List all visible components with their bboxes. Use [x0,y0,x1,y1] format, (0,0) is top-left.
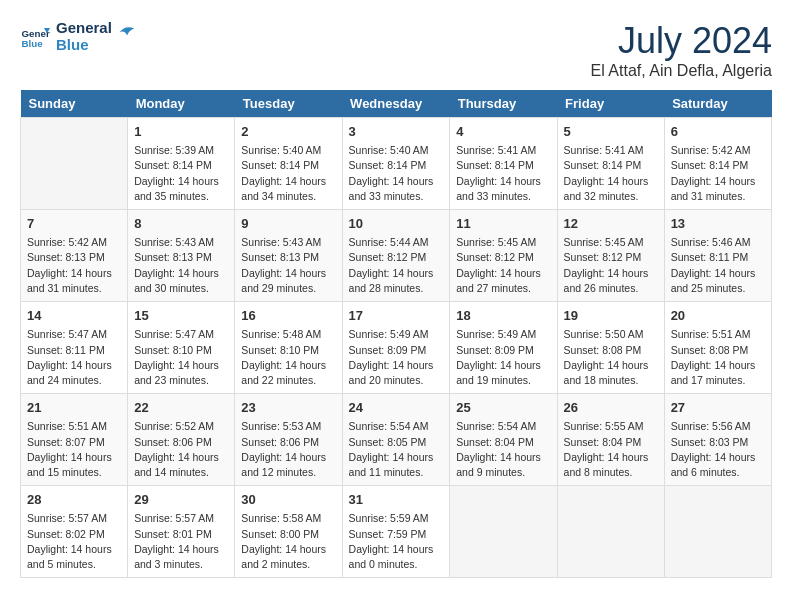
calendar-cell: 8Sunrise: 5:43 AMSunset: 8:13 PMDaylight… [128,210,235,302]
day-number: 30 [241,491,335,509]
day-number: 12 [564,215,658,233]
calendar-cell: 23Sunrise: 5:53 AMSunset: 8:06 PMDayligh… [235,394,342,486]
calendar-cell: 5Sunrise: 5:41 AMSunset: 8:14 PMDaylight… [557,118,664,210]
calendar-cell [450,486,557,578]
day-number: 22 [134,399,228,417]
weekday-header-wednesday: Wednesday [342,90,450,118]
day-info: Sunrise: 5:43 AMSunset: 8:13 PMDaylight:… [241,235,335,296]
calendar-cell: 3Sunrise: 5:40 AMSunset: 8:14 PMDaylight… [342,118,450,210]
day-info: Sunrise: 5:42 AMSunset: 8:14 PMDaylight:… [671,143,765,204]
calendar-cell: 30Sunrise: 5:58 AMSunset: 8:00 PMDayligh… [235,486,342,578]
calendar-cell: 4Sunrise: 5:41 AMSunset: 8:14 PMDaylight… [450,118,557,210]
day-number: 7 [27,215,121,233]
calendar-cell: 22Sunrise: 5:52 AMSunset: 8:06 PMDayligh… [128,394,235,486]
calendar-cell: 20Sunrise: 5:51 AMSunset: 8:08 PMDayligh… [664,302,771,394]
day-number: 5 [564,123,658,141]
weekday-header-sunday: Sunday [21,90,128,118]
calendar-cell: 18Sunrise: 5:49 AMSunset: 8:09 PMDayligh… [450,302,557,394]
day-info: Sunrise: 5:56 AMSunset: 8:03 PMDaylight:… [671,419,765,480]
day-info: Sunrise: 5:59 AMSunset: 7:59 PMDaylight:… [349,511,444,572]
day-number: 24 [349,399,444,417]
calendar-cell: 24Sunrise: 5:54 AMSunset: 8:05 PMDayligh… [342,394,450,486]
calendar-cell: 7Sunrise: 5:42 AMSunset: 8:13 PMDaylight… [21,210,128,302]
weekday-header-friday: Friday [557,90,664,118]
day-number: 31 [349,491,444,509]
week-row-5: 28Sunrise: 5:57 AMSunset: 8:02 PMDayligh… [21,486,772,578]
day-info: Sunrise: 5:46 AMSunset: 8:11 PMDaylight:… [671,235,765,296]
weekday-header-row: SundayMondayTuesdayWednesdayThursdayFrid… [21,90,772,118]
day-number: 21 [27,399,121,417]
day-number: 11 [456,215,550,233]
day-number: 3 [349,123,444,141]
weekday-header-tuesday: Tuesday [235,90,342,118]
calendar-cell [664,486,771,578]
day-number: 14 [27,307,121,325]
day-info: Sunrise: 5:41 AMSunset: 8:14 PMDaylight:… [564,143,658,204]
logo-blue: Blue [56,37,112,54]
day-number: 17 [349,307,444,325]
day-info: Sunrise: 5:54 AMSunset: 8:05 PMDaylight:… [349,419,444,480]
weekday-header-saturday: Saturday [664,90,771,118]
calendar-cell: 27Sunrise: 5:56 AMSunset: 8:03 PMDayligh… [664,394,771,486]
day-info: Sunrise: 5:51 AMSunset: 8:08 PMDaylight:… [671,327,765,388]
location-subtitle: El Attaf, Ain Defla, Algeria [591,62,772,80]
day-number: 18 [456,307,550,325]
calendar-cell: 12Sunrise: 5:45 AMSunset: 8:12 PMDayligh… [557,210,664,302]
day-info: Sunrise: 5:50 AMSunset: 8:08 PMDaylight:… [564,327,658,388]
title-block: July 2024 El Attaf, Ain Defla, Algeria [591,20,772,80]
weekday-header-thursday: Thursday [450,90,557,118]
day-info: Sunrise: 5:47 AMSunset: 8:11 PMDaylight:… [27,327,121,388]
day-number: 29 [134,491,228,509]
day-number: 9 [241,215,335,233]
calendar-cell: 14Sunrise: 5:47 AMSunset: 8:11 PMDayligh… [21,302,128,394]
day-info: Sunrise: 5:57 AMSunset: 8:01 PMDaylight:… [134,511,228,572]
day-info: Sunrise: 5:43 AMSunset: 8:13 PMDaylight:… [134,235,228,296]
day-info: Sunrise: 5:41 AMSunset: 8:14 PMDaylight:… [456,143,550,204]
day-number: 6 [671,123,765,141]
calendar-cell: 1Sunrise: 5:39 AMSunset: 8:14 PMDaylight… [128,118,235,210]
calendar-cell: 25Sunrise: 5:54 AMSunset: 8:04 PMDayligh… [450,394,557,486]
calendar-cell: 6Sunrise: 5:42 AMSunset: 8:14 PMDaylight… [664,118,771,210]
week-row-3: 14Sunrise: 5:47 AMSunset: 8:11 PMDayligh… [21,302,772,394]
calendar-cell: 13Sunrise: 5:46 AMSunset: 8:11 PMDayligh… [664,210,771,302]
day-info: Sunrise: 5:44 AMSunset: 8:12 PMDaylight:… [349,235,444,296]
calendar-cell: 19Sunrise: 5:50 AMSunset: 8:08 PMDayligh… [557,302,664,394]
day-info: Sunrise: 5:48 AMSunset: 8:10 PMDaylight:… [241,327,335,388]
day-number: 2 [241,123,335,141]
day-info: Sunrise: 5:49 AMSunset: 8:09 PMDaylight:… [349,327,444,388]
day-number: 20 [671,307,765,325]
day-info: Sunrise: 5:54 AMSunset: 8:04 PMDaylight:… [456,419,550,480]
month-year-title: July 2024 [591,20,772,62]
calendar-cell: 28Sunrise: 5:57 AMSunset: 8:02 PMDayligh… [21,486,128,578]
calendar-cell: 9Sunrise: 5:43 AMSunset: 8:13 PMDaylight… [235,210,342,302]
day-info: Sunrise: 5:45 AMSunset: 8:12 PMDaylight:… [456,235,550,296]
day-info: Sunrise: 5:40 AMSunset: 8:14 PMDaylight:… [241,143,335,204]
calendar-cell: 15Sunrise: 5:47 AMSunset: 8:10 PMDayligh… [128,302,235,394]
day-info: Sunrise: 5:49 AMSunset: 8:09 PMDaylight:… [456,327,550,388]
day-number: 19 [564,307,658,325]
day-info: Sunrise: 5:51 AMSunset: 8:07 PMDaylight:… [27,419,121,480]
day-number: 26 [564,399,658,417]
calendar-cell: 29Sunrise: 5:57 AMSunset: 8:01 PMDayligh… [128,486,235,578]
calendar-cell: 2Sunrise: 5:40 AMSunset: 8:14 PMDaylight… [235,118,342,210]
calendar-table: SundayMondayTuesdayWednesdayThursdayFrid… [20,90,772,578]
day-info: Sunrise: 5:55 AMSunset: 8:04 PMDaylight:… [564,419,658,480]
day-number: 28 [27,491,121,509]
weekday-header-monday: Monday [128,90,235,118]
week-row-1: 1Sunrise: 5:39 AMSunset: 8:14 PMDaylight… [21,118,772,210]
day-number: 23 [241,399,335,417]
logo-bird-icon [118,23,136,41]
calendar-cell: 16Sunrise: 5:48 AMSunset: 8:10 PMDayligh… [235,302,342,394]
day-number: 25 [456,399,550,417]
calendar-cell: 11Sunrise: 5:45 AMSunset: 8:12 PMDayligh… [450,210,557,302]
day-number: 8 [134,215,228,233]
page-header: General Blue General Blue July 2024 El A… [20,20,772,80]
calendar-cell: 31Sunrise: 5:59 AMSunset: 7:59 PMDayligh… [342,486,450,578]
day-info: Sunrise: 5:40 AMSunset: 8:14 PMDaylight:… [349,143,444,204]
day-number: 1 [134,123,228,141]
week-row-2: 7Sunrise: 5:42 AMSunset: 8:13 PMDaylight… [21,210,772,302]
day-number: 4 [456,123,550,141]
week-row-4: 21Sunrise: 5:51 AMSunset: 8:07 PMDayligh… [21,394,772,486]
day-info: Sunrise: 5:57 AMSunset: 8:02 PMDaylight:… [27,511,121,572]
svg-text:Blue: Blue [22,37,44,48]
